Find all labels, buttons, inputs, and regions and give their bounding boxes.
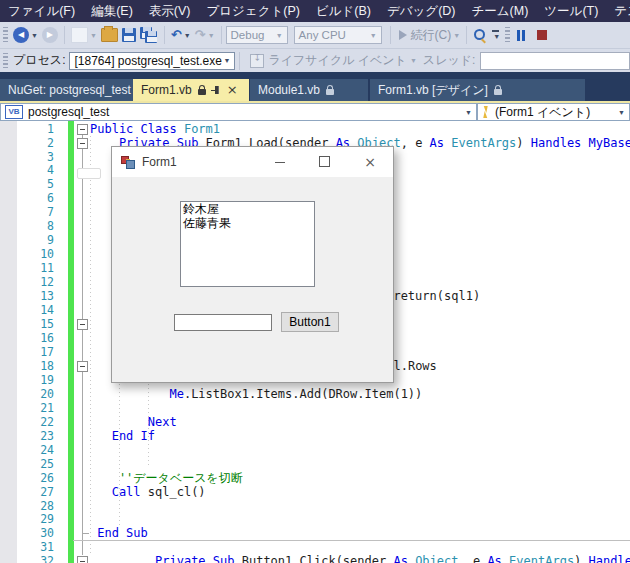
line-number: 20 <box>18 387 54 401</box>
lifecycle-events-label[interactable]: ライフサイクル イベント <box>268 52 406 69</box>
project-scope-combo[interactable]: VB postgresql_test ▼ <box>0 103 477 121</box>
undo-caret[interactable]: ▼ <box>184 32 191 39</box>
form1-title-bar[interactable]: Form1 × <box>112 147 393 177</box>
menu-item-8[interactable]: ツール(T) <box>536 0 606 22</box>
menu-item-3[interactable]: 表示(V) <box>141 0 199 22</box>
find-in-files-button[interactable] <box>473 28 487 42</box>
menu-item-6[interactable]: デバッグ(D) <box>379 0 464 22</box>
code-token: ''データベースを切断 <box>119 471 243 485</box>
new-item-caret[interactable]: ▼ <box>90 32 97 39</box>
line-number: 23 <box>18 429 54 443</box>
continue-button[interactable]: 続行(C) ▼ <box>399 27 461 44</box>
lifecycle-events-icon <box>250 54 264 68</box>
continue-caret[interactable]: ▼ <box>453 32 460 39</box>
new-item-button[interactable]: ▼ <box>71 27 97 43</box>
line-number: 9 <box>18 233 54 247</box>
close-button[interactable]: × <box>356 152 384 172</box>
code-token: End Sub <box>97 526 148 540</box>
listbox1[interactable]: 鈴木屋佐藤青果 <box>180 201 315 287</box>
new-item-icon <box>71 27 88 43</box>
fold-collapse-box[interactable] <box>77 319 88 330</box>
toolbar-separator <box>164 26 165 44</box>
line-number: 32 <box>18 554 54 563</box>
line-number: 31 <box>18 540 54 554</box>
code-token: MyBase <box>589 136 630 150</box>
fold-collapse-box[interactable] <box>77 124 88 135</box>
solution-platform-combo[interactable]: Any CPU ▼ <box>294 26 382 44</box>
fold-collapse-box[interactable] <box>77 556 88 563</box>
menu-item-2[interactable]: 編集(E) <box>83 0 141 22</box>
form-app-icon <box>121 155 134 168</box>
toolbar-grip[interactable] <box>505 27 510 43</box>
toolbar-grip[interactable] <box>3 27 8 43</box>
stop-icon <box>537 30 547 40</box>
line-number: 1 <box>18 122 54 136</box>
toolbar-overflow-button[interactable]: ▼ <box>491 30 500 40</box>
textbox1[interactable] <box>174 314 272 331</box>
code-token: As <box>393 554 415 563</box>
process-caret: ▼ <box>224 57 231 64</box>
process-combo[interactable]: [18764] postgresql_test.exe ▼ <box>69 52 235 70</box>
line-number: 3 <box>18 150 54 164</box>
fold-collapse-box[interactable] <box>77 138 88 149</box>
redo-button[interactable]: ↷ ▼ <box>195 28 215 42</box>
open-file-button[interactable] <box>101 28 118 42</box>
tab-nuget-postgresql-test[interactable]: NuGet: postgresql_test <box>0 79 145 101</box>
code-line-23: End If <box>112 429 155 443</box>
button1[interactable]: Button1 <box>281 312 339 332</box>
tab-form1-vb[interactable]: Form1.vb× <box>133 79 249 101</box>
continue-play-icon <box>399 30 407 40</box>
process-value: [18764] postgresql_test.exe <box>74 54 221 68</box>
fold-collapse-box[interactable] <box>77 361 88 372</box>
redo-caret[interactable]: ▼ <box>208 32 215 39</box>
menu-item-5[interactable]: ビルド(B) <box>308 0 379 22</box>
thread-combo[interactable] <box>480 52 630 70</box>
stop-debugging-button[interactable] <box>537 30 547 40</box>
listbox-item[interactable]: 佐藤青果 <box>181 216 314 230</box>
tab-form1-vb-[interactable]: Form1.vb [デザイン] <box>370 79 585 101</box>
procedure-separator-line <box>73 540 630 541</box>
line-number: 12 <box>18 275 54 289</box>
lifecycle-caret[interactable]: ▼ <box>410 57 417 64</box>
close-icon[interactable]: × <box>227 84 238 96</box>
break-all-button[interactable] <box>517 30 525 41</box>
menu-item-4[interactable]: プロジェクト(P) <box>198 0 307 22</box>
line-number: 21 <box>18 401 54 415</box>
undo-button[interactable]: ↶ ▼ <box>171 28 191 42</box>
line-number: 10 <box>18 247 54 261</box>
code-token: As <box>487 554 509 563</box>
member-caret: ▼ <box>618 109 625 116</box>
menu-bar: ファイル(F)編集(E)表示(V)プロジェクト(P)ビルド(B)デバッグ(D)チ… <box>0 0 630 22</box>
code-line-27: Call sql_cl() <box>112 485 206 499</box>
line-number: 13 <box>18 289 54 303</box>
line-number: 17 <box>18 345 54 359</box>
listbox-item[interactable]: 鈴木屋 <box>181 202 314 216</box>
line-number: 11 <box>18 261 54 275</box>
solution-configuration-combo[interactable]: Debug ▼ <box>226 26 288 44</box>
code-token: Call <box>112 485 148 499</box>
navigate-back-button[interactable]: ◀ ▼ <box>13 27 38 43</box>
navigate-forward-button[interactable]: ▶ <box>42 27 58 43</box>
form1-window[interactable]: Form1 × 鈴木屋佐藤青果 Button1 <box>111 146 394 383</box>
line-number: 18 <box>18 359 54 373</box>
code-token: Form1 <box>184 122 220 136</box>
overflow-bar <box>492 30 499 32</box>
tab-label: NuGet: postgresql_test <box>8 83 131 97</box>
maximize-button[interactable] <box>310 152 338 172</box>
save-button[interactable] <box>122 28 136 42</box>
code-token: Button1_Click(sender <box>242 554 394 563</box>
code-token: , e <box>401 136 430 150</box>
toolbar-separator <box>390 26 391 44</box>
member-combo[interactable]: (Form1 イベント) ▼ <box>477 103 630 121</box>
tab-module1-vb[interactable]: Module1.vb <box>250 79 368 101</box>
menu-item-7[interactable]: チーム(M) <box>463 0 536 22</box>
breakpoint-margin[interactable] <box>0 121 17 563</box>
back-dropdown-caret[interactable]: ▼ <box>31 32 38 39</box>
document-tab-strip: NuGet: postgresql_testForm1.vb×Module1.v… <box>0 72 630 103</box>
menu-item-9[interactable]: テスト(S) <box>606 0 630 22</box>
code-token: Private Sub <box>155 554 242 563</box>
save-all-button[interactable] <box>140 27 158 43</box>
minimize-button[interactable] <box>266 152 294 172</box>
menu-item-1[interactable]: ファイル(F) <box>0 0 83 22</box>
procbar-grip[interactable] <box>3 53 8 69</box>
